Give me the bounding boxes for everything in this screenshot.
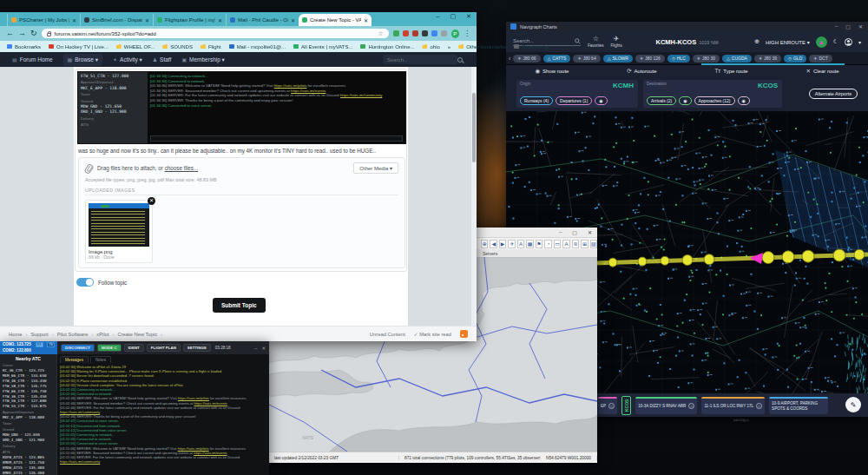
close-icon[interactable]: ✕	[261, 346, 266, 351]
toolbar-icon[interactable]: ⊕	[481, 240, 488, 248]
atc-station[interactable]: FTW_66_CTR - 135.750	[3, 389, 54, 394]
bookmark-item[interactable]: Flight	[201, 44, 221, 49]
destination-chart-button[interactable]: ◉	[679, 96, 691, 105]
xpilot-toolbar-button[interactable]: IDENT	[124, 344, 144, 352]
other-media-button[interactable]: Other Media ▾	[353, 162, 398, 174]
bookmark-item[interactable]: All Events | myVATS...	[293, 44, 352, 49]
atc-station[interactable]: Tower	[3, 421, 54, 426]
toolbar-icon[interactable]: ▶	[499, 240, 506, 248]
route-chip[interactable]: △SLOWR	[603, 55, 633, 63]
maximize-icon[interactable]: ▢	[450, 13, 457, 20]
back-icon[interactable]: ←	[6, 30, 14, 37]
toolbar-icon[interactable]: ▨	[590, 240, 597, 248]
minimize-icon[interactable]: –	[437, 13, 440, 20]
extension-icon[interactable]	[422, 30, 428, 36]
route-chip[interactable]: ✈J80 64	[573, 55, 600, 63]
toolbar-icon[interactable]: ◀	[490, 240, 496, 248]
toolbar-icon[interactable]: ≋	[572, 240, 579, 248]
bookmark-item[interactable]: On Hockey TV | Live...	[49, 44, 108, 49]
submit-topic-button[interactable]: Submit Topic	[213, 298, 266, 313]
atc-station[interactable]: FTW_58_CTR - 135.775	[3, 384, 54, 389]
choose-files-link[interactable]: choose files...	[165, 165, 199, 171]
breadcrumb-item[interactable]: Pilot Software	[57, 332, 89, 337]
toolbar-icon[interactable]: ◔	[544, 240, 551, 248]
browser-menu-icon[interactable]: ⋮	[464, 30, 470, 37]
breadcrumb-item[interactable]: Support	[30, 332, 48, 337]
forward-icon[interactable]: →	[18, 30, 26, 37]
maximize-icon[interactable]: ▢	[845, 23, 851, 30]
tab-close-icon[interactable]: ✕	[145, 17, 149, 23]
address-bar[interactable]: forums.vatsim.net/forum/352-xpilot/?do=a…	[42, 29, 389, 38]
pinned-chart[interactable]: EP◎	[598, 397, 617, 414]
bookmark-item[interactable]: SOUNDS	[162, 44, 193, 49]
destination-chart-button[interactable]: Arrivals (2)	[647, 96, 676, 105]
browser-tab[interactable]: Mail - Phil Caudle - Outlook ✕	[226, 14, 299, 26]
night-mode-icon[interactable]: ☾	[833, 38, 838, 45]
topic-editor[interactable]: FTW_51_CTR - 127.000Approach/DepartureMK…	[75, 69, 407, 272]
pinned-chart[interactable]: 10-3A DIZZY S RNAV ARR◎	[635, 397, 697, 414]
com-radio-panel[interactable]: COM1: 123.725 RX TX COM2: 122.800	[0, 341, 57, 354]
atc-station[interactable]: KMKE_ATIS - 126.400	[3, 471, 54, 475]
browser-tab[interactable]: Flightplan Profile | myVATSIM ✕	[153, 14, 226, 26]
xpilot-toolbar-button[interactable]: FLIGHT PLAN	[147, 344, 181, 352]
atc-station[interactable]: MKC_E_APP - 118.000	[3, 415, 54, 420]
edit-pinboard-button[interactable]: ✎	[845, 397, 861, 412]
toolbar-icon[interactable]: A	[517, 240, 524, 248]
page-scrollbar[interactable]	[471, 67, 477, 326]
toolbar-icon[interactable]: ▭	[554, 240, 561, 248]
bookmarks-overflow-icon[interactable]: »	[448, 44, 450, 49]
route-chip[interactable]: ✈J80 30	[693, 55, 720, 63]
message-log[interactable]: [01:02:30] Welcome to xPilot v1.3-beta.1…	[57, 363, 269, 471]
close-icon[interactable]: ✕	[858, 23, 863, 30]
tab-close-icon[interactable]: ✕	[72, 17, 76, 23]
forum-search-input[interactable]	[383, 55, 457, 64]
reload-icon[interactable]: ↻	[30, 30, 37, 37]
forum-nav-item[interactable]: ♟Staff	[153, 56, 172, 63]
atc-station[interactable]: FTW_46_CTR - 133.450	[3, 379, 54, 384]
forum-nav-item[interactable]: ▣Membership ▾	[181, 56, 225, 63]
breadcrumb-item[interactable]: xPilot	[96, 332, 108, 337]
toolbar-icon[interactable]: ▦	[526, 240, 533, 248]
atc-station[interactable]: Delivery	[3, 444, 54, 449]
favorites-button[interactable]: ☆Favorites	[588, 36, 604, 48]
toolbar-icon[interactable]: ⚑	[536, 240, 542, 248]
forum-nav-item[interactable]: ▦Browse ▾	[63, 54, 102, 66]
bookmark-item[interactable]: Reading list	[514, 44, 549, 49]
bookmark-item[interactable]: ohio	[422, 44, 439, 49]
toolbar-icon[interactable]: ⊞	[581, 240, 588, 248]
extension-icon[interactable]	[403, 30, 409, 36]
uploaded-image-card[interactable]: ✕ Image.png 66 kb · Done	[85, 200, 153, 263]
breadcrumb-item[interactable]: Home	[9, 332, 22, 337]
xpilot-toolbar-button[interactable]: SETTINGS	[183, 344, 211, 352]
destination-chart-button[interactable]: Approaches (12)	[694, 96, 735, 105]
follow-topic-toggle[interactable]	[76, 278, 94, 287]
attachment-dropzone[interactable]: Drag files here to attach, or choose fil…	[78, 157, 405, 268]
extension-icon[interactable]	[441, 30, 447, 36]
bookmark-item[interactable]: Huntington Online...	[360, 44, 414, 49]
pinned-chart[interactable]: 10-9 AIRPORT, PARKING SPOTS & COORDS	[769, 397, 828, 414]
xpilot-toolbar-button[interactable]: DISCONNECT	[61, 344, 95, 352]
scrollbar-thumb[interactable]	[472, 93, 476, 162]
pinboard-airport-tag[interactable]: KCOS	[621, 396, 631, 415]
extension-icon[interactable]	[393, 30, 399, 36]
tab-close-icon[interactable]: ✕	[364, 17, 368, 23]
route-chip[interactable]: ✈J80 126	[635, 55, 665, 63]
browser-tab[interactable]: SimBrief.com - Dispatch Outp ✕	[80, 14, 153, 26]
route-action-button[interactable]: TтType route	[714, 68, 747, 74]
remove-attachment-icon[interactable]: ✕	[148, 197, 155, 205]
account-caret-icon[interactable]: ▾	[858, 39, 861, 45]
route-chip[interactable]: △CUGDA	[722, 55, 752, 63]
tab-close-icon[interactable]: ✕	[218, 17, 222, 23]
origin-chart-button[interactable]: Departures (1)	[556, 96, 592, 105]
extension-icon[interactable]	[412, 30, 418, 36]
breadcrumb-item[interactable]: Create New Topic	[117, 332, 157, 337]
route-chip[interactable]: ✈J80 39	[754, 55, 781, 63]
destination-chart-button[interactable]: ◉	[738, 96, 750, 105]
route-action-button[interactable]: ✕Clear route	[806, 68, 838, 75]
tab-messages[interactable]: Messages	[60, 356, 89, 363]
minimize-icon[interactable]: –	[254, 346, 257, 351]
bookmark-item[interactable]: Bookmarks	[7, 44, 41, 49]
mark-site-read-link[interactable]: ✓ Mark site read	[414, 332, 451, 337]
extension-icon[interactable]	[431, 30, 437, 36]
route-chip[interactable]: △CATTS	[543, 55, 571, 63]
